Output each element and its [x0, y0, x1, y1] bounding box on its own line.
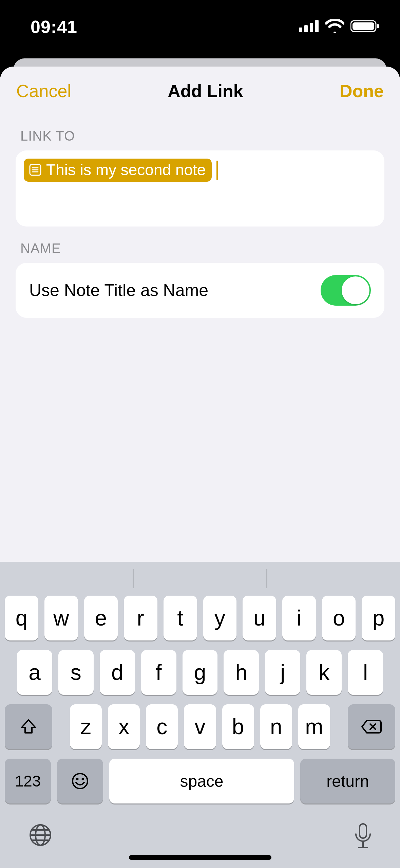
key-p[interactable]: p — [362, 596, 395, 640]
keyboard-row-3: z x c v b n m — [0, 704, 400, 749]
space-key[interactable]: space — [109, 759, 294, 803]
shift-key[interactable] — [5, 704, 52, 749]
keyboard-row-4: 123 space return — [0, 759, 400, 814]
emoji-key[interactable] — [57, 759, 103, 803]
key-l[interactable]: l — [348, 650, 383, 695]
svg-rect-0 — [299, 28, 302, 32]
key-f[interactable]: f — [141, 650, 176, 695]
svg-point-11 — [73, 774, 88, 789]
key-m[interactable]: m — [298, 704, 330, 749]
keyboard-row-2: a s d f g h j k l — [0, 650, 400, 695]
wifi-icon — [325, 19, 344, 33]
status-time: 09:41 — [31, 17, 77, 37]
svg-rect-3 — [315, 20, 319, 32]
status-indicators — [299, 19, 380, 33]
emoji-icon — [71, 772, 90, 791]
key-q[interactable]: q — [5, 596, 38, 640]
key-d[interactable]: d — [100, 650, 135, 695]
suggestion-slot[interactable] — [267, 562, 400, 596]
sheet-title: Add Link — [168, 81, 243, 101]
key-a[interactable]: a — [17, 650, 52, 695]
linked-note-token[interactable]: This is my second note — [24, 159, 212, 182]
key-n[interactable]: n — [260, 704, 292, 749]
status-bar: 09:41 — [0, 0, 400, 51]
cancel-button[interactable]: Cancel — [16, 81, 71, 101]
section-label-name: NAME — [0, 227, 400, 263]
key-g[interactable]: g — [183, 650, 218, 695]
key-v[interactable]: v — [184, 704, 216, 749]
use-title-row: Use Note Title as Name — [16, 263, 384, 318]
key-e[interactable]: e — [84, 596, 118, 640]
key-x[interactable]: x — [108, 704, 140, 749]
battery-icon — [350, 19, 380, 33]
shift-icon — [19, 717, 38, 736]
keyboard: q w e r t y u i o p a s d f g h j k l — [0, 562, 400, 868]
note-icon — [28, 163, 42, 177]
return-key[interactable]: return — [300, 759, 395, 803]
key-o[interactable]: o — [322, 596, 356, 640]
key-z[interactable]: z — [70, 704, 102, 749]
svg-point-12 — [76, 778, 79, 780]
svg-point-13 — [82, 778, 84, 780]
dictation-icon[interactable] — [353, 822, 373, 851]
key-k[interactable]: k — [306, 650, 342, 695]
svg-rect-5 — [353, 22, 374, 30]
key-y[interactable]: y — [203, 596, 237, 640]
backspace-key[interactable] — [348, 704, 395, 749]
cellular-icon — [299, 20, 319, 32]
token-row: This is my second note — [24, 159, 376, 182]
use-title-toggle[interactable] — [321, 275, 371, 306]
done-button[interactable]: Done — [340, 81, 384, 101]
key-r[interactable]: r — [124, 596, 157, 640]
svg-rect-2 — [310, 23, 313, 32]
key-s[interactable]: s — [58, 650, 94, 695]
numbers-key[interactable]: 123 — [5, 759, 51, 803]
home-indicator[interactable] — [129, 855, 271, 860]
backspace-icon — [361, 719, 382, 735]
link-to-input[interactable]: This is my second note — [16, 150, 384, 227]
toggle-knob — [342, 276, 369, 304]
suggestion-slot[interactable] — [134, 562, 266, 596]
key-u[interactable]: u — [243, 596, 276, 640]
globe-icon[interactable] — [27, 822, 54, 848]
key-j[interactable]: j — [265, 650, 300, 695]
key-h[interactable]: h — [224, 650, 259, 695]
text-cursor — [216, 161, 218, 180]
use-title-label: Use Note Title as Name — [29, 281, 208, 300]
keyboard-row-1: q w e r t y u i o p — [0, 596, 400, 640]
suggestion-bar — [0, 562, 400, 596]
key-w[interactable]: w — [44, 596, 78, 640]
linked-note-token-text: This is my second note — [46, 162, 206, 178]
sheet-header: Cancel Add Link Done — [0, 67, 400, 114]
section-label-link-to: LINK TO — [0, 114, 400, 150]
key-b[interactable]: b — [222, 704, 254, 749]
svg-rect-17 — [360, 824, 366, 838]
key-t[interactable]: t — [164, 596, 197, 640]
svg-rect-6 — [377, 24, 379, 28]
key-i[interactable]: i — [282, 596, 316, 640]
key-c[interactable]: c — [146, 704, 178, 749]
keyboard-toolbar — [0, 814, 400, 868]
modal-sheet: Cancel Add Link Done LINK TO This is my … — [0, 67, 400, 868]
suggestion-slot[interactable] — [0, 562, 133, 596]
svg-rect-1 — [304, 25, 308, 32]
